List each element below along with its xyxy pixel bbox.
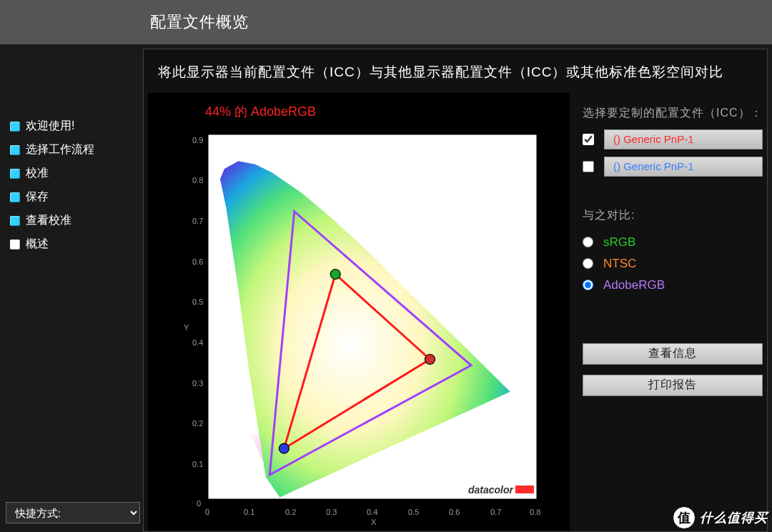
svg-text:0.7: 0.7 xyxy=(490,508,501,516)
sidebar-item-overview[interactable]: 概述 xyxy=(9,232,143,256)
compare-label: 与之对比: xyxy=(583,208,763,223)
svg-text:0.9: 0.9 xyxy=(192,136,203,144)
svg-text:0.2: 0.2 xyxy=(192,419,203,428)
profile-row-2: () Generic PnP-1 xyxy=(583,157,763,177)
compare-radio-ntsc[interactable] xyxy=(583,258,593,269)
profile-1-select[interactable]: () Generic PnP-1 xyxy=(604,129,763,149)
svg-point-3 xyxy=(425,354,435,364)
sidebar-item-label: 概述 xyxy=(26,237,49,252)
step-bullet-icon xyxy=(10,240,20,250)
shortcut-select[interactable]: 快捷方式: xyxy=(6,502,140,523)
profile-1-text: () Generic PnP-1 xyxy=(613,133,694,145)
svg-text:0.1: 0.1 xyxy=(192,460,203,468)
step-bullet-icon xyxy=(10,145,20,155)
profile-select-label: 选择要定制的配置文件（ICC）： xyxy=(583,106,763,121)
step-bullet-icon xyxy=(10,216,20,226)
svg-text:0.3: 0.3 xyxy=(192,379,203,388)
compare-label-srgb: sRGB xyxy=(603,235,635,250)
sidebar-item-label: 校准 xyxy=(26,166,49,181)
svg-text:0.6: 0.6 xyxy=(192,257,203,266)
sidebar-item-label: 保存 xyxy=(26,189,49,205)
svg-text:0.6: 0.6 xyxy=(449,508,460,516)
svg-text:0.5: 0.5 xyxy=(192,297,203,306)
sidebar-item-calibrate[interactable]: 校准 xyxy=(9,162,143,185)
compare-label-adobergb: AdobeRGB xyxy=(603,278,665,292)
profile-2-checkbox[interactable] xyxy=(583,161,594,172)
profile-2-text: () Generic PnP-1 xyxy=(613,160,694,172)
svg-text:0.8: 0.8 xyxy=(530,508,540,516)
svg-text:X: X xyxy=(371,518,377,526)
cie-diagram-svg: datacolor 0 0.1 0.2 0.3 0.4 xyxy=(179,127,558,528)
svg-point-5 xyxy=(279,443,289,453)
svg-text:0.1: 0.1 xyxy=(244,508,254,516)
sidebar: 欢迎使用! 选择工作流程 校准 保存 查看校准 概述 xyxy=(0,44,143,532)
page-title: 配置文件概览 xyxy=(0,0,772,44)
main-panel: 将此显示器当前配置文件（ICC）与其他显示器配置文件（ICC）或其他标准色彩空间… xyxy=(143,49,768,532)
compare-option-ntsc[interactable]: NTSC xyxy=(583,253,763,275)
step-bullet-icon xyxy=(10,192,20,202)
chromaticity-chart: 44% 的 AdobeRGB xyxy=(148,93,570,531)
profile-2-select[interactable]: () Generic PnP-1 xyxy=(604,157,763,177)
sidebar-item-welcome[interactable]: 欢迎使用! xyxy=(9,114,143,138)
panel-caption: 将此显示器当前配置文件（ICC）与其他显示器配置文件（ICC）或其他标准色彩空间… xyxy=(144,49,767,93)
svg-text:0.7: 0.7 xyxy=(192,217,203,225)
svg-text:0: 0 xyxy=(205,508,209,516)
compare-radio-adobergb[interactable] xyxy=(583,280,593,290)
right-controls: 选择要定制的配置文件（ICC）： () Generic PnP-1 () Gen… xyxy=(570,93,767,531)
svg-text:0: 0 xyxy=(197,499,201,508)
compare-option-srgb[interactable]: sRGB xyxy=(583,232,763,253)
sidebar-item-label: 欢迎使用! xyxy=(26,119,74,134)
profile-row-1: () Generic PnP-1 xyxy=(583,129,763,149)
svg-text:Y: Y xyxy=(184,323,189,332)
title-text: 配置文件概览 xyxy=(150,11,249,33)
print-report-button[interactable]: 打印报告 xyxy=(583,375,763,396)
chart-brand-label: datacolor xyxy=(468,484,515,496)
sidebar-item-label: 选择工作流程 xyxy=(26,142,94,157)
compare-label-ntsc: NTSC xyxy=(603,257,636,271)
coverage-readout: 44% 的 AdobeRGB xyxy=(205,103,316,120)
svg-text:0.2: 0.2 xyxy=(285,508,296,516)
sidebar-item-workflow[interactable]: 选择工作流程 xyxy=(9,138,143,162)
watermark: 值 什么值得买 xyxy=(673,506,768,529)
view-info-button[interactable]: 查看信息 xyxy=(583,343,763,365)
step-bullet-icon xyxy=(10,122,20,132)
svg-rect-6 xyxy=(515,486,534,493)
svg-text:0.4: 0.4 xyxy=(192,338,203,347)
sidebar-item-view-calibration[interactable]: 查看校准 xyxy=(9,209,143,232)
svg-text:0.5: 0.5 xyxy=(408,508,419,516)
compare-radio-srgb[interactable] xyxy=(583,237,593,247)
profile-1-checkbox[interactable] xyxy=(583,134,594,145)
svg-text:0.4: 0.4 xyxy=(367,508,377,516)
svg-point-4 xyxy=(330,269,340,279)
watermark-text: 什么值得买 xyxy=(700,509,768,526)
watermark-badge-icon: 值 xyxy=(673,506,696,529)
svg-text:0.3: 0.3 xyxy=(326,508,337,516)
compare-option-adobergb[interactable]: AdobeRGB xyxy=(583,275,763,296)
sidebar-item-save[interactable]: 保存 xyxy=(9,185,143,209)
sidebar-item-label: 查看校准 xyxy=(26,213,71,228)
svg-text:0.8: 0.8 xyxy=(192,176,203,184)
step-bullet-icon xyxy=(10,169,20,179)
